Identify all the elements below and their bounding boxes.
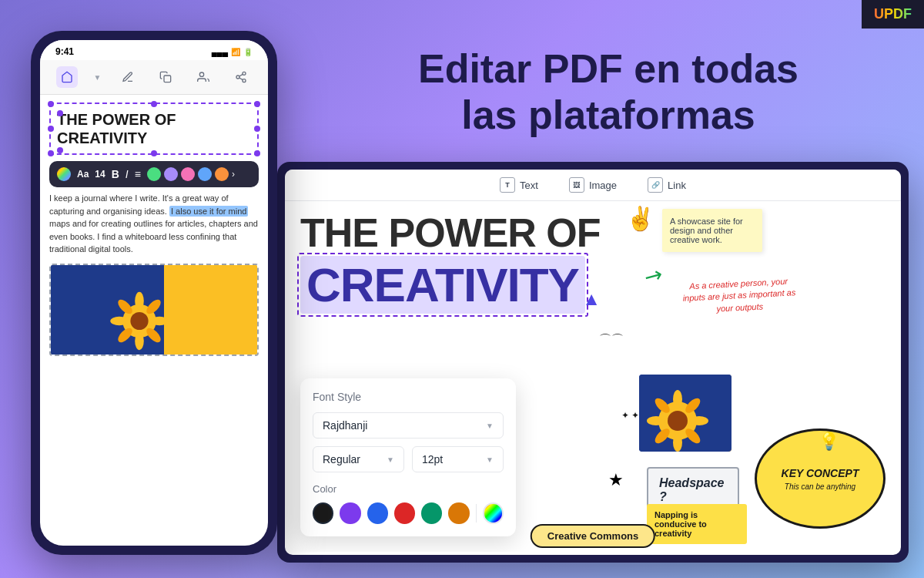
svg-point-8 — [130, 311, 148, 329]
phone-screen: 9:41 ▄▄▄ 📶 🔋 ▼ — [40, 40, 268, 546]
peace-emoji: ✌️ — [626, 205, 654, 232]
tablet-title-block: THE POWER OF CREATIVITY ▲ — [285, 201, 901, 314]
black-swatch[interactable] — [313, 502, 333, 524]
phone-content: THE POWER OF CREATIVITY Aa 14 B I ≡ — [40, 95, 268, 364]
image-toolbar-label: Image — [589, 180, 617, 191]
font-family-dropdown-arrow: ▼ — [486, 422, 494, 430]
corner-dot-br — [254, 150, 260, 156]
font-family-value: Rajdhanji — [323, 419, 367, 432]
phone-image-block — [49, 264, 259, 356]
mid-dot-bottom — [151, 150, 157, 156]
pink-swatch[interactable] — [181, 167, 195, 181]
phone-status-icons: ▄▄▄ 📶 🔋 — [212, 48, 253, 56]
mid-dot-top — [151, 101, 157, 107]
amber-swatch[interactable] — [448, 502, 469, 524]
link-icon: 🔗 — [648, 177, 663, 193]
star-deco: ★ — [608, 470, 624, 490]
sticky-text: A showcase site for design and other cre… — [670, 217, 743, 244]
svg-point-19 — [668, 411, 688, 431]
font-size-display: 14 — [95, 169, 105, 180]
blue-swatch[interactable] — [198, 167, 212, 181]
signal-icon: ▄▄▄ — [212, 48, 228, 56]
color-picker-icon[interactable] — [57, 167, 71, 181]
font-panel-title: Font Style — [313, 391, 504, 403]
font-style-dropdown-arrow: ▼ — [387, 455, 394, 464]
green-swatch-panel[interactable] — [421, 502, 442, 524]
sunflower-svg — [59, 265, 259, 355]
text-icon: T — [500, 177, 515, 193]
toolbar-link-item[interactable]: 🔗 Link — [648, 177, 686, 193]
tablet-body: T Text 🖼 Image 🔗 Link — [277, 162, 909, 563]
phone-pen-icon[interactable] — [117, 66, 139, 88]
tablet-mockup: T Text 🖼 Image 🔗 Link — [277, 162, 909, 563]
phone-status-bar: 9:41 ▄▄▄ 📶 🔋 — [40, 40, 268, 60]
highlighted-text: I also use it for mind — [169, 206, 248, 217]
tablet-content-area: THE POWER OF CREATIVITY ▲ Font Style Raj… — [285, 201, 901, 552]
color-section-label: Color — [313, 483, 504, 495]
phone-share-icon[interactable] — [230, 66, 252, 88]
font-family-select[interactable]: Rajdhanji ▼ — [313, 412, 504, 439]
key-concept-label: KEY CONCEPT — [782, 467, 859, 479]
doodle-marks: ✦ ✦ — [621, 410, 639, 421]
svg-point-22 — [690, 416, 708, 425]
lightbulb-icon: 💡 — [819, 432, 839, 452]
headspace-label: Headspace ? — [659, 476, 727, 504]
phone-toolbar[interactable]: ▼ — [40, 60, 268, 95]
color-swatches-phone: › — [147, 167, 235, 181]
creative-commons-button[interactable]: Creative Commons — [531, 524, 655, 548]
headline-text: Editar PDF en todas las plataformas — [331, 46, 886, 139]
svg-point-4 — [243, 79, 246, 82]
blue-swatch-panel[interactable] — [367, 502, 388, 524]
selection-border — [297, 253, 588, 317]
key-concept-sub: This can be anything — [785, 482, 855, 491]
napping-text: Napping is conducive to creativity — [654, 510, 707, 538]
more-colors-icon[interactable]: › — [232, 169, 235, 180]
image-icon: 🖼 — [569, 177, 584, 193]
phone-format-toolbar[interactable]: Aa 14 B I ≡ › — [49, 161, 259, 187]
svg-point-20 — [673, 390, 682, 408]
tablet-sunflower-image — [639, 375, 732, 452]
mid-dot-right — [254, 126, 260, 132]
tablet-title-line2-wrapper: CREATIVITY ▲ — [300, 256, 585, 314]
color-swatches-panel — [313, 502, 504, 524]
violet-swatch[interactable] — [340, 502, 360, 524]
mid-dot-left — [48, 126, 54, 132]
red-swatch[interactable] — [394, 502, 415, 524]
cursor-icon: ▲ — [582, 288, 601, 310]
phone-dropdown-icon[interactable]: ▼ — [94, 73, 102, 82]
sticky-note-top: A showcase site for design and other cre… — [662, 209, 762, 252]
svg-point-9 — [135, 291, 144, 309]
font-style-select[interactable]: Regular ▼ — [313, 446, 404, 472]
tablet-screen: T Text 🖼 Image 🔗 Link — [285, 170, 901, 555]
purple-swatch[interactable] — [164, 167, 178, 181]
svg-point-15 — [110, 316, 128, 325]
align-icon[interactable]: ≡ — [135, 168, 141, 180]
svg-point-13 — [135, 332, 144, 350]
corner-dot-tr — [254, 101, 260, 107]
napping-sticky: Napping is conducive to creativity — [647, 504, 747, 544]
phone-time: 9:41 — [55, 46, 74, 57]
doodle-lines: ⌒⌒ — [599, 332, 624, 348]
green-swatch[interactable] — [147, 167, 161, 181]
orange-swatch[interactable] — [215, 167, 229, 181]
updf-logo: UPDF — [862, 0, 924, 29]
bold-button[interactable]: B — [112, 168, 119, 180]
tablet-toolbar[interactable]: T Text 🖼 Image 🔗 Link — [285, 170, 901, 201]
svg-point-24 — [673, 433, 682, 452]
svg-rect-0 — [164, 76, 171, 82]
phone-users-icon[interactable] — [192, 66, 214, 88]
toolbar-text-item[interactable]: T Text — [500, 177, 538, 193]
phone-mockup: 9:41 ▄▄▄ 📶 🔋 ▼ — [31, 31, 277, 555]
toolbar-image-item[interactable]: 🖼 Image — [569, 177, 617, 193]
svg-point-3 — [236, 76, 239, 79]
corner-dot-bl — [48, 150, 54, 156]
tablet-sunflower-svg — [639, 375, 732, 452]
font-style-size-row: Regular ▼ 12pt ▼ — [313, 446, 504, 472]
color-picker-wheel[interactable] — [483, 502, 504, 524]
swatch-divider — [476, 504, 477, 523]
font-size-select[interactable]: 12pt ▼ — [412, 446, 504, 472]
corner-dot-tl — [48, 101, 54, 107]
phone-home-icon[interactable] — [56, 66, 78, 88]
phone-copy-icon[interactable] — [155, 66, 176, 88]
italic-button[interactable]: I — [126, 168, 129, 180]
